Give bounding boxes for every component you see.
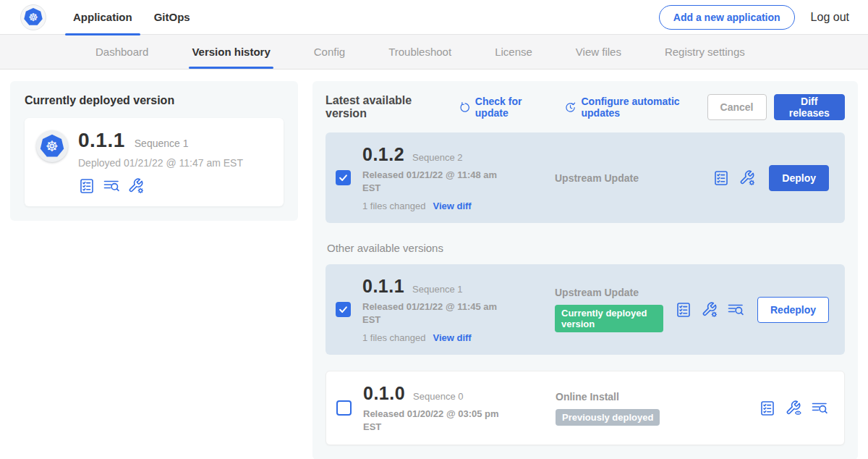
edit-config-icon[interactable] [739,169,756,187]
configure-automatic-updates-link[interactable]: Configure automatic updates [564,96,707,119]
subnav-config-label: Config [314,46,345,58]
release-notes-icon[interactable] [675,301,692,319]
app-icon: ☸ [36,130,68,162]
tab-application-label: Application [73,11,132,23]
subnav-config[interactable]: Config [311,35,348,69]
release-notes-icon[interactable] [712,169,730,187]
refresh-icon [459,101,471,114]
tab-gitops-label: GitOps [154,11,190,23]
main-content: Currently deployed version ☸ 0.1.1 Seque… [0,70,868,459]
edit-config-icon[interactable] [701,301,718,319]
top-navbar: ☸ Application GitOps Add a new applicati… [0,0,868,35]
version-row-0-1-0: 0.1.0 Sequence 0 Released 01/20/22 @ 03:… [326,371,845,445]
tab-gitops[interactable]: GitOps [143,0,201,35]
view-diff-link[interactable]: View diff [433,332,471,343]
checkmark-icon [338,304,349,315]
version-sequence: Sequence 2 [412,152,462,163]
version-info: 0.1.2 Sequence 2 Released 01/21/22 @ 11:… [362,144,516,211]
subnav-troubleshoot[interactable]: Troubleshoot [386,35,454,69]
version-source: Upstream Update [527,172,701,184]
checkmark-icon [338,172,349,183]
subnav-dashboard-label: Dashboard [95,46,148,58]
subnav-view-files-label: View files [576,46,621,58]
subnav-version-history[interactable]: Version history [189,35,273,69]
version-number: 0.1.2 [362,144,404,165]
clock-refresh-icon [564,101,576,114]
previously-deployed-badge: Previously deployed [556,409,660,426]
deployed-sequence: Sequence 1 [135,138,189,149]
version-checkbox[interactable] [336,170,351,185]
released-timestamp: Released 01/21/22 @ 11:48 am EST [362,169,506,194]
configure-automatic-updates-label: Configure automatic updates [581,96,707,119]
version-source: Online Install Previously deployed [528,391,747,426]
currently-deployed-title: Currently deployed version [25,94,284,107]
version-number: 0.1.1 [362,276,404,297]
view-diff-link[interactable]: View diff [433,201,471,211]
topnav-right: Add a new application Log out [659,5,849,30]
released-timestamp: Released 01/20/22 @ 03:05 pm EST [363,408,506,433]
subnav-registry-settings-label: Registry settings [665,46,745,58]
available-versions-panel: Latest available version Check for updat… [312,81,858,459]
app-subnav: Dashboard Version history Config Trouble… [0,35,868,70]
diff-releases-button[interactable]: Diff releases [774,94,846,120]
version-checkbox[interactable] [336,400,352,416]
logout-button[interactable]: Log out [811,11,849,24]
subnav-dashboard[interactable]: Dashboard [93,35,151,69]
deploy-button[interactable]: Deploy [769,165,829,191]
deployed-version-number: 0.1.1 [78,129,125,152]
release-notes-icon[interactable] [759,400,776,417]
currently-deployed-badge: Currently deployed version [555,305,663,332]
other-versions-title: Other available versions [327,242,845,254]
version-number: 0.1.0 [363,383,405,404]
check-for-update-link[interactable]: Check for update [459,96,550,119]
kubernetes-logo-icon: ☸ [23,7,44,28]
add-application-button[interactable]: Add a new application [659,5,795,30]
released-timestamp: Released 01/21/22 @ 11:45 am EST [362,300,506,326]
version-actions: Deploy [712,165,829,191]
deployed-version-info: 0.1.1 Sequence 1 Deployed 01/21/22 @ 11:… [78,129,243,195]
version-row-0-1-1: 0.1.1 Sequence 1 Released 01/21/22 @ 11:… [326,264,845,355]
version-sequence: Sequence 1 [412,284,462,295]
version-sequence: Sequence 0 [413,391,463,402]
currently-deployed-panel: Currently deployed version ☸ 0.1.1 Seque… [10,81,298,221]
version-source: Upstream Update Currently deployed versi… [527,287,663,332]
release-notes-icon[interactable] [78,177,95,195]
version-actions [759,400,828,417]
view-config-icon[interactable] [785,400,802,417]
view-logs-icon[interactable] [727,301,744,319]
kubernetes-logo-icon: ☸ [39,133,66,159]
subnav-troubleshoot-label: Troubleshoot [388,46,451,58]
cancel-button[interactable]: Cancel [707,94,767,120]
subnav-license-label: License [495,46,532,58]
check-for-update-label: Check for update [475,96,550,119]
view-logs-icon[interactable] [811,400,828,417]
version-checkbox[interactable] [336,302,351,317]
app-logo: ☸ [20,4,46,30]
latest-version-title: Latest available version [326,94,443,120]
edit-config-icon[interactable] [127,177,145,195]
version-row-0-1-2: 0.1.2 Sequence 2 Released 01/21/22 @ 11:… [326,132,845,223]
version-actions: Redeploy [675,297,829,323]
redeploy-button[interactable]: Redeploy [757,297,829,323]
deployed-version-card: ☸ 0.1.1 Sequence 1 Deployed 01/21/22 @ 1… [25,118,284,206]
source-label: Online Install [556,391,747,403]
source-label: Upstream Update [555,172,701,184]
version-info: 0.1.1 Sequence 1 Released 01/21/22 @ 11:… [362,276,516,343]
subnav-version-history-label: Version history [192,46,270,58]
subnav-registry-settings[interactable]: Registry settings [662,35,748,69]
tab-application[interactable]: Application [62,0,143,35]
version-info: 0.1.0 Sequence 0 Released 01/20/22 @ 03:… [363,383,516,433]
source-label: Upstream Update [555,287,663,298]
subnav-license[interactable]: License [492,35,535,69]
deployed-timestamp: Deployed 01/21/22 @ 11:47 am EST [78,157,243,169]
view-logs-icon[interactable] [103,177,120,195]
files-changed: 1 files changed [362,332,425,343]
subnav-view-files[interactable]: View files [573,35,624,69]
files-changed: 1 files changed [362,201,425,211]
latest-version-header: Latest available version Check for updat… [326,94,845,120]
